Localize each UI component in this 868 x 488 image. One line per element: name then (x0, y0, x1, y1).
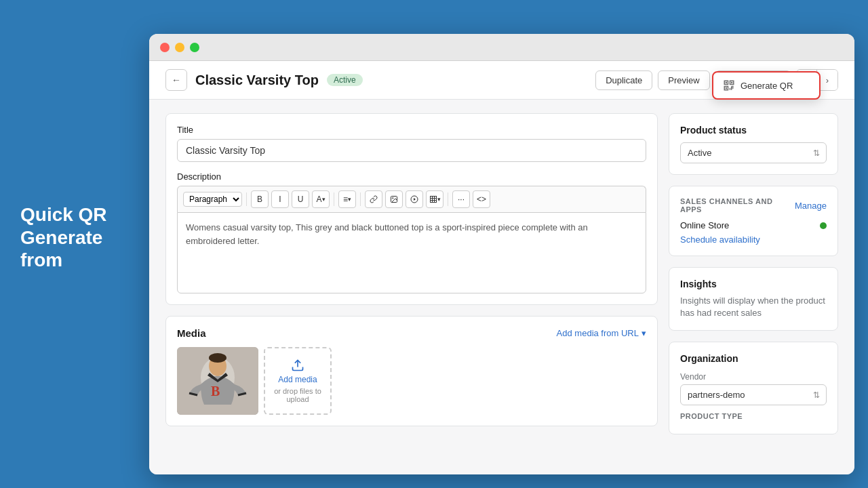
toolbar-divider-2 (334, 192, 334, 206)
vendor-select[interactable]: partners-demo (680, 384, 827, 405)
online-store-channel-item: Online Store (680, 220, 827, 230)
svg-rect-4 (732, 83, 732, 83)
text-color-label: A (316, 195, 321, 204)
play-icon (410, 195, 418, 203)
preview-button[interactable]: Preview (658, 70, 709, 90)
editor-toolbar: Paragraph B I U A ▾ (177, 186, 646, 212)
varsity-jacket-svg: B (177, 347, 258, 415)
media-grid: B Add media or dro (177, 347, 646, 415)
media-title: Media (177, 327, 206, 339)
description-section: Description Paragraph B I U A ▾ (177, 171, 646, 293)
italic-button[interactable]: I (271, 190, 289, 208)
svg-text:B: B (211, 384, 220, 399)
side-label-line2: Generate (20, 227, 102, 248)
svg-point-12 (393, 198, 394, 199)
table-button[interactable]: ▾ (426, 190, 443, 208)
image-icon (390, 195, 398, 203)
svg-point-24 (209, 353, 226, 363)
insights-card: Insights Insights will display when the … (669, 267, 838, 331)
description-editor[interactable]: Womens casual varsity top, This grey and… (177, 212, 646, 293)
organization-title: Organization (680, 353, 827, 364)
svg-rect-3 (726, 83, 727, 83)
duplicate-button[interactable]: Duplicate (595, 70, 652, 90)
underline-button[interactable]: U (292, 190, 309, 208)
close-traffic-light[interactable] (160, 43, 170, 52)
svg-marker-14 (414, 198, 416, 201)
upload-icon (291, 359, 304, 372)
paragraph-select[interactable]: Paragraph (183, 192, 242, 207)
maximize-traffic-light[interactable] (190, 43, 199, 52)
title-label: Title (177, 125, 646, 135)
generate-qr-label: Generate QR (741, 81, 793, 91)
schedule-availability-link[interactable]: Schedule availability (680, 235, 760, 245)
description-text: Womens casual varsity top, This grey and… (186, 222, 588, 246)
insights-description: Insights will display when the product h… (680, 295, 827, 319)
product-type-label: PRODUCT TYPE (680, 412, 827, 420)
sales-channels-header: SALES CHANNELS AND APPS Manage (680, 197, 827, 214)
status-select-wrapper: Active Draft Archived (680, 142, 827, 163)
back-button[interactable]: ← (165, 69, 187, 91)
video-button[interactable] (406, 190, 423, 208)
product-image-thumbnail[interactable]: B (177, 347, 258, 415)
online-store-label: Online Store (680, 220, 729, 230)
table-icon (429, 195, 437, 203)
link-button[interactable] (365, 190, 382, 208)
add-media-text: Add media (278, 375, 317, 384)
description-label: Description (177, 171, 646, 182)
sales-channels-title: SALES CHANNELS AND APPS (680, 197, 795, 214)
product-status-select[interactable]: Active Draft Archived (680, 142, 827, 163)
insights-title: Insights (680, 279, 827, 289)
vendor-select-wrapper: partners-demo (680, 384, 827, 405)
image-button[interactable] (385, 190, 403, 208)
link-icon (370, 195, 378, 203)
product-status-card: Product status Active Draft Archived (669, 113, 838, 175)
side-label-line1: Quick QR (20, 204, 107, 225)
more-actions-dropdown: Generate QR (712, 71, 821, 100)
right-column: Product status Active Draft Archived SAL… (669, 113, 838, 461)
align-button[interactable]: ≡ ▾ (338, 190, 356, 208)
toolbar-divider-1 (246, 192, 247, 206)
minimize-traffic-light[interactable] (175, 43, 184, 52)
source-button[interactable]: <> (473, 190, 490, 208)
side-label-line3: from (20, 249, 62, 270)
left-column: Title Description Paragraph B I U (165, 113, 658, 461)
product-details-card: Title Description Paragraph B I U (165, 113, 658, 305)
media-card: Media Add media from URL ▾ (165, 316, 658, 426)
svg-rect-5 (726, 88, 727, 89)
online-store-active-dot (820, 222, 827, 229)
text-color-chevron: ▾ (322, 196, 326, 203)
organization-card: Organization Vendor partners-demo PRODUC… (669, 342, 838, 434)
qr-code-icon (723, 79, 735, 92)
bold-button[interactable]: B (251, 190, 269, 208)
text-color-button[interactable]: A ▾ (312, 190, 330, 208)
page-title: Classic Varsity Top (195, 73, 319, 88)
active-badge: Active (327, 74, 363, 86)
side-label: Quick QR Generate from (20, 203, 136, 272)
add-media-url-button[interactable]: Add media from URL ▾ (557, 328, 646, 338)
browser-content: ← Classic Varsity Top Active Duplicate P… (149, 61, 854, 474)
title-input[interactable] (177, 139, 646, 162)
manage-button[interactable]: Manage (795, 201, 827, 211)
add-media-url-label: Add media from URL (557, 328, 639, 338)
vendor-label: Vendor (680, 372, 827, 382)
traffic-lights (160, 43, 199, 52)
media-header: Media Add media from URL ▾ (177, 327, 646, 339)
toolbar-divider-3 (360, 192, 361, 206)
product-status-title: Product status (680, 125, 827, 136)
add-media-drop-zone[interactable]: Add media or drop files to upload (264, 347, 332, 415)
drop-files-text: or drop files to upload (274, 387, 321, 403)
browser-titlebar (149, 34, 854, 61)
browser-window: ← Classic Varsity Top Active Duplicate P… (149, 34, 854, 474)
more-toolbar-button[interactable]: ··· (452, 190, 470, 208)
sales-channels-card: SALES CHANNELS AND APPS Manage Online St… (669, 186, 838, 256)
toolbar-divider-4 (448, 192, 448, 206)
generate-qr-item[interactable]: Generate QR (713, 73, 819, 98)
svg-rect-15 (430, 197, 436, 203)
add-media-chevron-icon: ▾ (642, 328, 646, 338)
back-arrow-icon: ← (172, 75, 181, 85)
main-content: Title Description Paragraph B I U (149, 100, 854, 474)
